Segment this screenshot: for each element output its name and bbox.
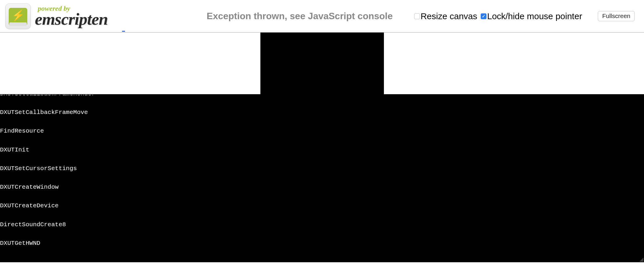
bolt-icon: ⚡ — [11, 10, 25, 21]
fullscreen-button[interactable]: Fullscreen — [598, 11, 635, 21]
logo-text: powered by emscripten — [35, 5, 108, 28]
status-text: Exception thrown, see JavaScript console — [207, 11, 393, 22]
tiny-link-indicator — [122, 31, 125, 32]
console-line: FindResource — [0, 128, 110, 134]
header-controls: Resize canvas Lock/hide mouse pointer Fu… — [414, 11, 639, 21]
console-line: DirectSoundCreate8 — [0, 222, 110, 228]
lock-pointer-label: Lock/hide mouse pointer — [487, 11, 582, 21]
resize-canvas-checkbox[interactable] — [414, 13, 420, 19]
canvas-area — [0, 33, 644, 95]
resize-canvas-control[interactable]: Resize canvas — [414, 11, 477, 21]
console-line: DXUTSetCallbackFrameRender — [0, 95, 110, 97]
console-line: DXUTSetCursorSettings — [0, 165, 110, 172]
console-line: DXUTSetCallbackFrameMove — [0, 109, 110, 115]
resize-canvas-label: Resize canvas — [421, 11, 477, 21]
console-line: DXUTCreateDevice — [0, 203, 110, 209]
lock-pointer-control[interactable]: Lock/hide mouse pointer — [481, 11, 582, 21]
console-line: DXUTInit — [0, 147, 110, 153]
bottom-spacer — [0, 262, 644, 264]
logo-block: ⚡ powered by emscripten — [5, 3, 108, 29]
emscripten-logo-icon: ⚡ — [5, 3, 31, 29]
console-lines: DXUTSetCallbackDeviceLost DXUTSetCallbac… — [0, 95, 110, 259]
console-output[interactable]: DXUTSetCallbackDeviceLost DXUTSetCallbac… — [0, 95, 644, 262]
logo-name: emscripten — [35, 11, 108, 28]
console-line: DXUTGetHWND — [0, 240, 110, 246]
lock-pointer-checkbox[interactable] — [481, 13, 486, 19]
emscripten-canvas[interactable] — [260, 33, 384, 94]
console-line: DXUTCreateWindow — [0, 184, 110, 190]
resize-grip-icon[interactable] — [639, 257, 643, 262]
header: ⚡ powered by emscripten Exception thrown… — [0, 0, 644, 33]
